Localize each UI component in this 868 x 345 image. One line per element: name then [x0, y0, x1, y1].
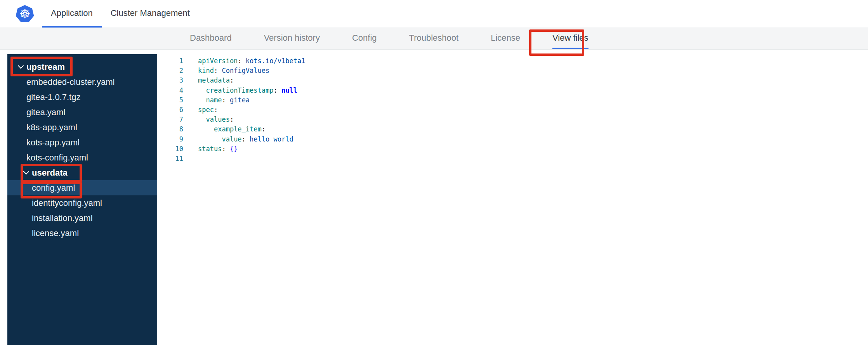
- code-text: name: gitea: [183, 95, 250, 105]
- code-line: 4 creationTimestamp: null: [157, 86, 868, 95]
- line-number: 8: [157, 124, 183, 134]
- code-line: 1apiVersion: kots.io/v1beta1: [157, 56, 868, 66]
- tree-item-label: identityconfig.yaml: [32, 198, 102, 208]
- code-line: 3metadata:: [157, 76, 868, 85]
- line-number: 7: [157, 115, 183, 124]
- subnav-item-license[interactable]: License: [491, 28, 520, 49]
- code-line: 7 values:: [157, 115, 868, 124]
- line-number: 9: [157, 135, 183, 144]
- code-text: [183, 154, 198, 164]
- tree-file-config.yaml[interactable]: config.yaml: [7, 180, 157, 195]
- code-text: apiVersion: kots.io/v1beta1: [183, 56, 305, 66]
- subnav-item-troubleshoot[interactable]: Troubleshoot: [409, 28, 459, 49]
- code-text: values:: [183, 115, 234, 124]
- tree-item-label: embedded-cluster.yaml: [26, 77, 115, 87]
- subnav-item-view-files[interactable]: View files: [552, 28, 589, 49]
- tree-file-identityconfig.yaml[interactable]: identityconfig.yaml: [7, 195, 157, 210]
- line-number: 3: [157, 76, 183, 85]
- code-line: 6spec:: [157, 105, 868, 115]
- code-lines: 1apiVersion: kots.io/v1beta12kind: Confi…: [157, 56, 868, 164]
- tree-item-label: userdata: [32, 168, 68, 178]
- code-line: 10status: {}: [157, 144, 868, 154]
- code-line: 9 value: hello world: [157, 135, 868, 144]
- tree-file-gitea-1.0.7.tgz[interactable]: gitea-1.0.7.tgz: [7, 90, 157, 105]
- code-text: kind: ConfigValues: [183, 66, 269, 76]
- helm-wheel-glyph: ☸: [19, 8, 31, 20]
- line-number: 4: [157, 86, 183, 95]
- tree-folder-userdata[interactable]: userdata: [7, 165, 157, 180]
- tree-file-kots-app.yaml[interactable]: kots-app.yaml: [7, 135, 157, 150]
- tree-file-gitea.yaml[interactable]: gitea.yaml: [7, 105, 157, 120]
- tree-item-label: license.yaml: [32, 228, 79, 238]
- line-number: 10: [157, 144, 183, 154]
- file-tree-sidebar: upstreamembedded-cluster.yamlgitea-1.0.7…: [7, 54, 157, 345]
- tab-cluster-management[interactable]: Cluster Management: [102, 0, 199, 28]
- top-tabs: Application Cluster Management: [42, 0, 199, 28]
- file-editor[interactable]: 1apiVersion: kots.io/v1beta12kind: Confi…: [157, 54, 868, 345]
- code-line: 2kind: ConfigValues: [157, 66, 868, 76]
- tree-item-label: kots-app.yaml: [26, 138, 80, 148]
- tree-item-label: upstream: [26, 62, 65, 72]
- code-text: status: {}: [183, 144, 238, 154]
- code-line: 8 example_item:: [157, 124, 868, 134]
- code-text: spec:: [183, 105, 218, 115]
- tree-item-label: installation.yaml: [32, 213, 93, 223]
- tree-item-label: config.yaml: [32, 183, 75, 193]
- subnav-item-version-history[interactable]: Version history: [264, 28, 320, 49]
- line-number: 1: [157, 56, 183, 66]
- tree-file-embedded-cluster.yaml[interactable]: embedded-cluster.yaml: [7, 74, 157, 90]
- chevron-down-icon: [18, 63, 24, 69]
- chevron-down-icon: [23, 169, 30, 175]
- tree-file-k8s-app.yaml[interactable]: k8s-app.yaml: [7, 120, 157, 135]
- code-text: metadata:: [183, 76, 234, 85]
- tree-item-label: k8s-app.yaml: [26, 122, 77, 133]
- subnav-item-config[interactable]: Config: [352, 28, 377, 49]
- line-number: 11: [157, 154, 183, 164]
- line-number: 6: [157, 105, 183, 115]
- file-tree: upstreamembedded-cluster.yamlgitea-1.0.7…: [7, 59, 157, 241]
- code-line: 5 name: gitea: [157, 95, 868, 105]
- tree-file-installation.yaml[interactable]: installation.yaml: [7, 210, 157, 226]
- tree-file-license.yaml[interactable]: license.yaml: [7, 226, 157, 241]
- tree-file-kots-config.yaml[interactable]: kots-config.yaml: [7, 150, 157, 165]
- code-line: 11: [157, 154, 868, 164]
- tree-folder-upstream[interactable]: upstream: [7, 59, 157, 74]
- code-text: example_item:: [183, 124, 266, 134]
- code-text: value: hello world: [183, 135, 293, 144]
- tab-application[interactable]: Application: [42, 0, 102, 28]
- tree-item-label: kots-config.yaml: [26, 153, 88, 163]
- subnav-item-dashboard[interactable]: Dashboard: [190, 28, 232, 49]
- tree-item-label: gitea-1.0.7.tgz: [26, 92, 80, 102]
- topbar: ☸ Application Cluster Management: [0, 0, 868, 28]
- kubernetes-logo-icon[interactable]: ☸: [16, 5, 34, 23]
- line-number: 5: [157, 95, 183, 105]
- app-subnav: Dashboard Version history Config Trouble…: [0, 28, 868, 50]
- tree-item-label: gitea.yaml: [26, 107, 65, 117]
- line-number: 2: [157, 66, 183, 76]
- code-text: creationTimestamp: null: [183, 86, 297, 95]
